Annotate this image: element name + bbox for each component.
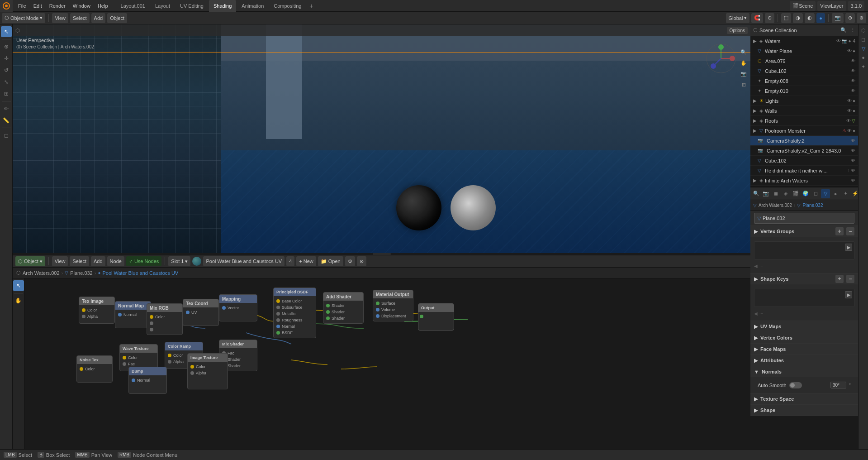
sk-side-btn[interactable]: ▶ [845, 291, 852, 298]
eye-icon[interactable]: 👁 [847, 108, 852, 113]
active-obj-display[interactable]: ▽ Plane.032 [754, 213, 854, 224]
eye-icon[interactable]: 👁 [836, 38, 841, 43]
outliner-item-empty008[interactable]: ✦ Empty.008 👁 [750, 76, 858, 86]
tool-cursor[interactable]: ⊕ [1, 41, 12, 52]
view-menu-btn[interactable]: View [52, 13, 68, 23]
props-tab-output[interactable]: ◼ [771, 189, 780, 198]
eye-icon[interactable]: 👁 [851, 88, 855, 93]
global-btn[interactable]: Global ▾ [726, 13, 750, 23]
node-editor[interactable]: ⬡ Object ▾ View Select Add Node ✓ Use No… [13, 255, 750, 449]
auto-smooth-toggle[interactable] [789, 382, 802, 388]
node-principled[interactable]: Principled BSDF Base Color Subsurface Me… [273, 288, 316, 338]
node-4[interactable]: Tex Coord UV [183, 299, 219, 326]
sk-add-btn[interactable]: + [835, 275, 844, 283]
select-menu-btn[interactable]: Select [70, 13, 90, 23]
auto-smooth-angle[interactable] [830, 382, 846, 388]
props-tab-mesh[interactable]: ▽ [821, 189, 830, 198]
restrict-icon[interactable]: ● [853, 108, 855, 113]
eye-icon[interactable]: 👁 [851, 148, 855, 153]
add-menu-btn[interactable]: Add [91, 13, 106, 23]
tool-rotate[interactable]: ↺ [1, 65, 12, 76]
node-canvas[interactable]: Tex Image Color Alpha Normal Map Normal … [24, 278, 750, 449]
outliner-item-infinite-arch[interactable]: ▶ ◈ Infinite Arch Waters 👁 [750, 176, 858, 186]
open-material-btn[interactable]: 📁 Open [318, 256, 343, 266]
outliner-item-area079[interactable]: ⬡ Area.079 👁 [750, 56, 858, 66]
camera-viewport-icon[interactable]: 📷 [739, 69, 749, 79]
use-nodes-btn[interactable]: ✓ Use Nodes [126, 256, 161, 266]
uv-section-header[interactable]: ▶ UV Maps [750, 321, 858, 332]
props-tab-viewlayer[interactable]: ◈ [781, 189, 790, 198]
workspace-compositing[interactable]: Compositing [269, 0, 306, 12]
snap-btn[interactable]: 🧲 [751, 13, 763, 23]
props-tab-physics[interactable]: ⚡ [851, 189, 858, 198]
normals-section-header[interactable]: ▼ Normals [750, 366, 858, 377]
node-9[interactable]: Output [418, 303, 454, 331]
outliner-item-hedge[interactable]: ▽ He didnt make it neither wi... ↑ 👁 [750, 166, 858, 176]
menu-window[interactable]: Window [69, 0, 94, 12]
shading-material[interactable]: ◐ [805, 13, 815, 23]
outliner-item-lights[interactable]: ▶ ☀ Lights 👁 ● [750, 96, 858, 106]
slot-selector[interactable]: Slot 1 ▾ [168, 256, 190, 266]
outliner-item-waters[interactable]: ▶ ◈ Waters 👁 📷 ● 4 [750, 36, 858, 46]
right-tab-material[interactable]: ● [859, 53, 868, 62]
bc-obj-name[interactable]: Plane.032 [802, 203, 823, 208]
outliner-item-camera-shakify-v2[interactable]: 📷 CameraShakify.v2_Cam 2 2843.0 👁 [750, 146, 858, 156]
shading-rendered[interactable]: ● [816, 13, 825, 23]
3d-viewport[interactable]: ⬡ Options User Perspective (0) Scene Col… [13, 24, 750, 253]
menu-edit[interactable]: Edit [30, 0, 46, 12]
shading-wireframe[interactable]: ⬚ [781, 13, 791, 23]
tool-select[interactable]: ↖ [1, 26, 12, 37]
material-sphere[interactable] [192, 257, 201, 266]
tool-annotate[interactable]: ✏ [1, 103, 12, 114]
material-slot-num[interactable]: 4 [286, 256, 294, 266]
restrict-icon[interactable]: ● [853, 128, 855, 133]
node-15[interactable]: Image Texture Color Alpha [187, 353, 228, 389]
render-icon[interactable]: ● [848, 38, 851, 43]
props-tab-world[interactable]: 🌍 [801, 189, 810, 198]
menu-file[interactable]: File [14, 0, 30, 12]
node-14[interactable]: Bump Normal [128, 367, 167, 394]
eye-icon[interactable]: 👁 [846, 118, 851, 123]
shading-solid[interactable]: ◑ [793, 13, 803, 23]
workspace-shading[interactable]: Shading [209, 0, 236, 12]
eye-icon[interactable]: 👁 [851, 178, 855, 183]
eye-icon[interactable]: 👁 [851, 138, 855, 143]
restrict-icon[interactable]: ↑ [848, 168, 850, 173]
node-output[interactable]: Material Output Surface Volume Displacem… [373, 290, 413, 321]
tool-add[interactable]: ◻ [1, 130, 12, 141]
node-tool-select[interactable]: ↖ [13, 280, 24, 291]
bc-material[interactable]: Pool Water Blue and Caustocs UV [102, 270, 178, 276]
tool-transform[interactable]: ⊞ [1, 88, 12, 99]
vg-section-header[interactable]: ▶ Vertex Groups + − [750, 226, 858, 237]
eye-icon[interactable]: 👁 [847, 48, 852, 53]
shape-section-header[interactable]: ▶ Shape [750, 405, 858, 416]
blender-logo[interactable] [0, 0, 13, 12]
scene-selector[interactable]: 🎬 Scene [790, 1, 816, 11]
bc-mesh-name[interactable]: Arch Waters.002 [759, 203, 792, 208]
fm-section-header[interactable]: ▶ Face Maps [750, 344, 858, 355]
search-icon[interactable]: 🔍 [739, 47, 749, 57]
right-tab-mesh-props[interactable]: ▽ [859, 44, 868, 53]
right-tab-particles[interactable]: ✦ [859, 62, 868, 71]
eye-icon[interactable]: 👁 [847, 128, 852, 133]
vg-add-btn[interactable]: + [835, 227, 844, 235]
outliner-item-waterplane[interactable]: ▽ Water Plane 👁 ● [750, 46, 858, 56]
workspace-layout001[interactable]: Layout.001 [116, 0, 150, 12]
eye-icon[interactable]: 👁 [851, 168, 855, 173]
outliner-item-cube102-top[interactable]: ▽ Cube.102 👁 [750, 66, 858, 76]
props-tab-material[interactable]: ● [831, 189, 840, 198]
vg-side-btn[interactable]: ▶ [845, 244, 852, 251]
viewport-menu-icon[interactable]: ⬡ [15, 28, 20, 34]
new-material-btn[interactable]: + New [296, 256, 316, 266]
eye-icon[interactable]: 👁 [851, 68, 855, 73]
object-menu-btn[interactable]: Object [107, 13, 127, 23]
node-select-btn[interactable]: Select [70, 256, 89, 266]
mode-selector[interactable]: ⬡ Object Mode ▾ [2, 13, 45, 23]
props-tab-scene[interactable]: 🎬 [791, 189, 800, 198]
restrict-icon[interactable]: ● [853, 98, 855, 103]
props-tab-particles[interactable]: ✦ [841, 189, 850, 198]
right-tab-outliner[interactable]: ⬡ [859, 26, 868, 34]
node-tools-btn[interactable]: ⚙ [345, 256, 355, 266]
eye-icon[interactable]: 👁 [851, 78, 855, 83]
props-tab-object[interactable]: ◻ [811, 189, 820, 198]
